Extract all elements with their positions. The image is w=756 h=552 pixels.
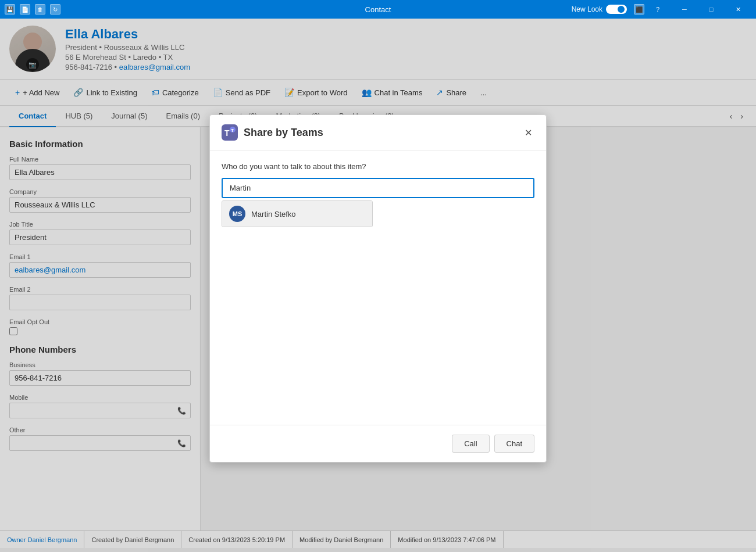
teams-logo-icon: T T [222, 124, 238, 141]
call-button[interactable]: Call [452, 435, 489, 453]
toggle-switch[interactable] [606, 5, 627, 14]
suggestion-item[interactable]: MS Martin Stefko [222, 201, 372, 227]
svg-text:T: T [224, 128, 230, 138]
suggestion-dropdown: MS Martin Stefko [222, 200, 373, 227]
modal-footer: Call Chat [210, 425, 546, 462]
modal-question: Who do you want to talk to about this it… [222, 162, 534, 171]
suggestion-avatar: MS [229, 206, 245, 222]
chat-button[interactable]: Chat [494, 435, 534, 453]
modal-close-button[interactable]: ✕ [520, 125, 537, 141]
svg-text:T: T [231, 128, 234, 133]
title-bar: 💾 📄 🗑 ↻ Contact New Look ⬛ ? ─ □ ✕ [0, 0, 756, 19]
refresh-icon[interactable]: ↻ [50, 4, 60, 15]
save-all-icon[interactable]: 📄 [20, 4, 30, 15]
close-button[interactable]: ✕ [725, 0, 751, 19]
search-person-input[interactable] [222, 178, 534, 198]
modal-overlay: T T Share by Teams ✕ Who do you want to … [0, 19, 756, 552]
suggestion-name: Martin Stefko [251, 210, 296, 218]
save-icon[interactable]: 💾 [5, 4, 15, 15]
modal-body: Who do you want to talk to about this it… [210, 150, 546, 239]
maximize-button[interactable]: □ [698, 0, 725, 19]
toggle-knob [618, 6, 625, 13]
modal-title-text: Share by Teams [244, 127, 323, 139]
new-look-toggle[interactable]: New Look [572, 5, 627, 14]
window-title: Contact [365, 5, 391, 14]
new-look-label: New Look [572, 5, 602, 13]
help-button[interactable]: ? [644, 0, 671, 19]
delete-icon[interactable]: 🗑 [35, 4, 45, 15]
title-bar-right: New Look ⬛ ? ─ □ ✕ [572, 0, 751, 19]
title-bar-left: 💾 📄 🗑 ↻ [5, 4, 60, 15]
minimize-button[interactable]: ─ [671, 0, 698, 19]
share-by-teams-modal: T T Share by Teams ✕ Who do you want to … [209, 114, 547, 463]
modal-header: T T Share by Teams ✕ [210, 115, 546, 150]
nav-icon[interactable]: ⬛ [634, 4, 644, 15]
modal-title: T T Share by Teams [222, 124, 323, 141]
